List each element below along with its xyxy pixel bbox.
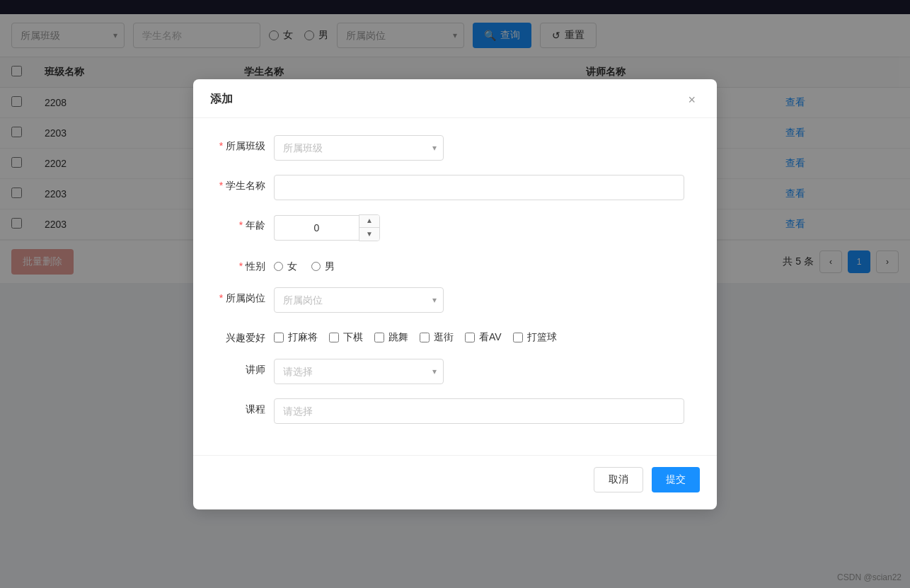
age-increment-button[interactable]: ▲ — [359, 215, 379, 228]
student-name-field — [274, 175, 700, 200]
modal-overlay[interactable]: 添加 × 所属班级 所属班级 ▾ 学生名称 — [0, 0, 910, 283]
gender-label: 性别 — [210, 255, 274, 273]
modal-gender-female-label: 女 — [287, 260, 297, 273]
age-input[interactable] — [274, 215, 359, 241]
gender-field: 女 男 — [274, 255, 700, 273]
modal-gender-female[interactable]: 女 — [274, 260, 297, 273]
class-select-wrapper-modal: 所属班级 ▾ — [274, 135, 444, 161]
modal-class-select[interactable]: 所属班级 — [274, 135, 444, 161]
gender-radio-group-modal: 女 男 — [274, 255, 700, 273]
student-name-label: 学生名称 — [210, 175, 274, 192]
form-row-student-name: 学生名称 — [210, 175, 700, 200]
modal-header: 添加 × — [193, 79, 717, 118]
age-label: 年龄 — [210, 214, 274, 232]
form-row-age: 年龄 ▲ ▼ — [210, 214, 700, 241]
age-spinner: ▲ ▼ — [359, 214, 380, 241]
class-label: 所属班级 — [210, 135, 274, 153]
age-field: ▲ ▼ — [274, 214, 700, 241]
class-field: 所属班级 ▾ — [274, 135, 700, 161]
modal-gender-male-label: 男 — [325, 260, 335, 273]
age-wrapper: ▲ ▼ — [274, 214, 700, 241]
modal-gender-male[interactable]: 男 — [311, 260, 335, 273]
form-row-gender: 性别 女 男 — [210, 255, 700, 273]
modal-title: 添加 — [210, 92, 233, 107]
form-row-class: 所属班级 所属班级 ▾ — [210, 135, 700, 161]
modal-body: 所属班级 所属班级 ▾ 学生名称 年龄 — [193, 118, 717, 284]
age-decrement-button[interactable]: ▼ — [359, 228, 379, 241]
add-modal: 添加 × 所属班级 所属班级 ▾ 学生名称 — [193, 79, 717, 284]
modal-student-name-input[interactable] — [274, 175, 684, 200]
modal-close-button[interactable]: × — [684, 92, 700, 108]
